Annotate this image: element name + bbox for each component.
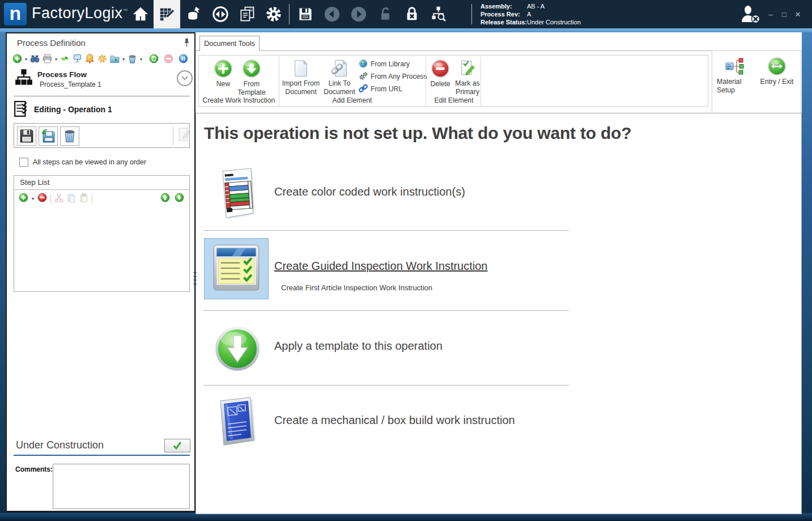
entry-exit-button[interactable]: Entry / Exit bbox=[756, 57, 797, 86]
release-status-label: Release Status: bbox=[481, 18, 527, 26]
inspection-checklist-window-icon bbox=[211, 243, 261, 295]
settings-gear-icon[interactable] bbox=[97, 54, 107, 66]
release-underline bbox=[14, 455, 190, 456]
material-setup-button[interactable]: Material Setup bbox=[717, 57, 751, 95]
design-icon[interactable] bbox=[154, 0, 180, 28]
globe-icon bbox=[359, 59, 368, 70]
order-checkbox-row[interactable]: All steps can be viewed in any order bbox=[19, 158, 146, 167]
assembly-status-block: Assembly:AB - A Process Rev:A Release St… bbox=[481, 2, 581, 26]
group-label: Create Work Instruction bbox=[199, 96, 279, 104]
add-dropdown-caret[interactable]: ▾ bbox=[25, 57, 27, 62]
option-mechanical-box-build[interactable]: Create a mechanical / box build work ins… bbox=[274, 414, 515, 427]
comments-input[interactable] bbox=[53, 464, 190, 509]
link-to-document-button[interactable]: Link To Document bbox=[319, 59, 360, 96]
user-logout-icon[interactable] bbox=[740, 5, 762, 27]
move-down-icon[interactable] bbox=[175, 193, 184, 205]
save-icon[interactable] bbox=[17, 126, 36, 146]
separator bbox=[50, 194, 51, 204]
publish-folder-icon[interactable] bbox=[110, 54, 120, 66]
chain-link-icon bbox=[359, 84, 368, 95]
unlock-icon[interactable] bbox=[372, 0, 398, 28]
from-library-button[interactable]: From Library bbox=[359, 58, 410, 70]
minimize-button[interactable]: – bbox=[764, 10, 777, 19]
check-pencil-document-icon bbox=[453, 59, 482, 78]
option-color-coded[interactable]: Create color coded work instruction(s) bbox=[274, 185, 465, 198]
process-rev-label: Process Rev: bbox=[481, 10, 527, 18]
presentation-icon[interactable] bbox=[73, 54, 82, 66]
green-download-circle-icon[interactable] bbox=[214, 325, 261, 374]
add-step-icon[interactable] bbox=[19, 193, 28, 205]
pause-icon[interactable] bbox=[178, 54, 188, 66]
add-step-dropdown-caret[interactable]: ▾ bbox=[32, 197, 34, 201]
pin-icon[interactable] bbox=[182, 38, 191, 49]
remove-step-icon[interactable] bbox=[37, 193, 47, 205]
edit-document-icon[interactable] bbox=[177, 127, 192, 145]
collapse-chevron-icon[interactable] bbox=[177, 70, 193, 86]
add-icon[interactable] bbox=[12, 54, 22, 66]
material-icon[interactable] bbox=[180, 0, 207, 28]
discard-bucket-icon[interactable] bbox=[127, 54, 137, 66]
option-apply-template[interactable]: Apply a template to this operation bbox=[274, 340, 443, 353]
separator bbox=[173, 126, 173, 145]
button-label: From Template bbox=[234, 80, 269, 97]
remove-icon[interactable] bbox=[164, 54, 173, 66]
save-icon[interactable] bbox=[292, 0, 318, 28]
splitter-grip[interactable] bbox=[193, 272, 197, 286]
documents-icon[interactable] bbox=[233, 0, 260, 28]
color-coded-sheet-icon[interactable] bbox=[216, 167, 259, 222]
divider bbox=[14, 96, 190, 96]
mark-as-primary-button[interactable]: Mark as Primary bbox=[453, 59, 482, 96]
home-icon[interactable] bbox=[127, 0, 154, 28]
print-dropdown-caret[interactable]: ▾ bbox=[55, 57, 57, 62]
button-label: From Library bbox=[371, 60, 410, 68]
process-flow-title[interactable]: Process Flow bbox=[37, 70, 87, 79]
forward-icon[interactable] bbox=[345, 0, 372, 28]
publish-dropdown-caret[interactable]: ▾ bbox=[122, 57, 125, 62]
back-icon[interactable] bbox=[318, 0, 345, 28]
process-definition-panel: Process Definition ▾ ▾ ▾ ▾ Process Flow … bbox=[6, 32, 195, 512]
window-controls: – □ ✕ bbox=[764, 0, 805, 28]
approve-button[interactable] bbox=[164, 439, 190, 452]
reorganize-icon[interactable] bbox=[60, 54, 70, 66]
refresh-icon[interactable] bbox=[149, 54, 159, 66]
button-label: Material Setup bbox=[717, 78, 751, 95]
maximize-button[interactable]: □ bbox=[777, 10, 791, 19]
lock-x-icon[interactable] bbox=[398, 0, 425, 28]
find-icon[interactable] bbox=[30, 54, 40, 66]
discard-dropdown-caret[interactable]: ▾ bbox=[140, 57, 142, 62]
trash-icon[interactable] bbox=[60, 126, 79, 146]
group-separator bbox=[481, 57, 481, 105]
paste-icon[interactable] bbox=[79, 193, 88, 205]
option-guided-inspection-iconbox[interactable] bbox=[204, 238, 269, 299]
option-guided-inspection-link[interactable]: Create Guided Inspection Work Instructio… bbox=[274, 260, 487, 273]
import-from-document-button[interactable]: Import From Document bbox=[277, 59, 325, 96]
red-minus-circle-icon bbox=[428, 59, 453, 78]
from-template-button[interactable]: From Template bbox=[234, 59, 269, 97]
cut-icon[interactable] bbox=[54, 193, 63, 205]
from-url-button[interactable]: From URL bbox=[359, 83, 402, 95]
divider bbox=[14, 189, 189, 190]
gear-icon[interactable] bbox=[260, 0, 287, 28]
tab-document-tools[interactable]: Document Tools bbox=[199, 36, 260, 51]
copy-icon[interactable] bbox=[67, 193, 76, 205]
process-flow-subtitle[interactable]: Process_Template 1 bbox=[40, 81, 101, 88]
step-list-panel: Step List ▾ bbox=[14, 175, 190, 292]
option-first-article-link[interactable]: Create First Article Inspection Work Ins… bbox=[281, 283, 432, 292]
move-up-icon[interactable] bbox=[160, 193, 170, 205]
alert-bell-icon[interactable] bbox=[85, 54, 95, 66]
editing-toolbar bbox=[14, 123, 190, 148]
from-any-process-button[interactable]: From Any Process bbox=[359, 71, 427, 82]
sync-icon[interactable] bbox=[207, 0, 233, 28]
editing-title: Editing - Operation 1 bbox=[34, 105, 112, 114]
release-status-title: Under Construction bbox=[16, 439, 104, 451]
blueprint-icon[interactable] bbox=[216, 396, 259, 450]
close-button[interactable]: ✕ bbox=[791, 10, 805, 19]
titlebar-toolbar bbox=[127, 0, 452, 28]
save-import-icon[interactable] bbox=[39, 126, 58, 146]
button-label: From URL bbox=[371, 85, 402, 93]
checkbox[interactable] bbox=[19, 158, 28, 167]
delete-button[interactable]: Delete bbox=[428, 59, 453, 88]
print-icon[interactable] bbox=[42, 54, 52, 66]
assembly-value: AB - A bbox=[527, 2, 545, 10]
process-search-icon[interactable] bbox=[425, 0, 452, 28]
